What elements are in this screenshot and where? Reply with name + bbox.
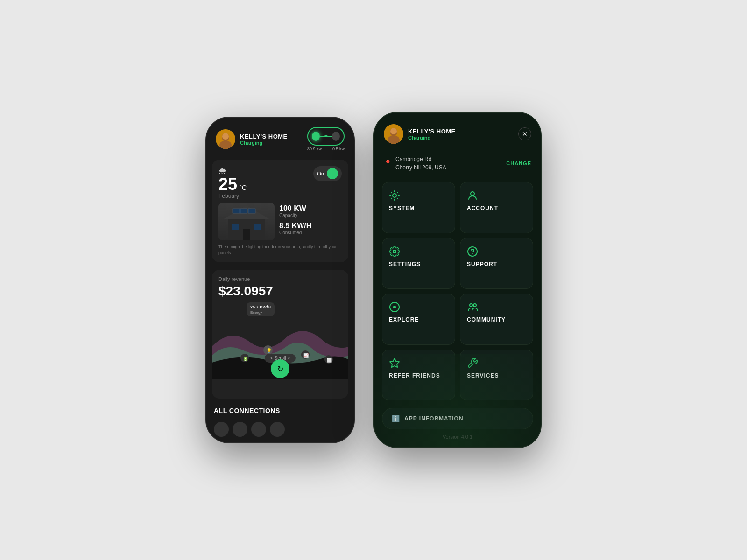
community-label: COMMUNITY <box>467 316 526 323</box>
refresh-button[interactable]: ↻ <box>271 359 289 378</box>
screen-container: KELLY'S HOME Charging ⇄ 80.9 kw 0.5 kw <box>187 84 560 476</box>
svg-rect-9 <box>243 229 250 240</box>
svg-rect-11 <box>254 224 261 230</box>
conn-dot-4 <box>270 422 285 437</box>
conn-dot-3 <box>251 422 266 437</box>
address-line2: Cherry hill 209, USA <box>395 163 446 172</box>
account-label: ACCOUNT <box>467 205 526 211</box>
right-kw: 0.5 kw <box>332 147 345 151</box>
version-text: Version 4.0.1 <box>374 431 541 447</box>
explore-icon <box>389 301 400 313</box>
temp-unit: °C <box>240 184 247 191</box>
svg-text:📈: 📈 <box>303 353 309 358</box>
revenue-label: Daily revenue <box>218 276 342 282</box>
right-phone: KELLY'S HOME Charging ✕ 📍 Cambridge Rd C… <box>374 112 542 448</box>
energy-label: Energy <box>250 310 262 315</box>
temp-value: 25 <box>218 175 237 194</box>
support-icon <box>467 246 478 257</box>
energy-kw: 25.7 KW/H <box>250 305 271 309</box>
toggle-label: On <box>317 171 324 176</box>
settings-icon <box>389 246 400 257</box>
address-left: 📍 Cambridge Rd Cherry hill 209, USA <box>384 155 446 172</box>
capacity-val: 100 KW <box>279 204 342 213</box>
house-row: 100 KW Capacity 8.5 KW/H Consumed <box>218 203 342 240</box>
svg-point-26 <box>393 250 396 253</box>
menu-item-services[interactable]: SERVICES <box>460 350 533 401</box>
svg-point-23 <box>390 128 397 134</box>
community-icon <box>467 301 478 313</box>
power-labels: 80.9 kw 0.5 kw <box>307 147 345 151</box>
svg-point-3 <box>222 133 229 140</box>
svg-rect-7 <box>240 209 247 213</box>
svg-point-28 <box>472 253 473 254</box>
svg-rect-6 <box>233 209 240 213</box>
location-icon: 📍 <box>384 160 392 167</box>
svg-text:⬜: ⬜ <box>327 357 332 363</box>
consumed-label: Consumed <box>279 230 342 235</box>
wave-area: 💡 🔋 📈 ⬜ < Scroll > ↻ <box>218 318 342 379</box>
refer-icon <box>389 357 400 369</box>
settings-label: SETTINGS <box>389 261 448 267</box>
toggle-on[interactable]: On <box>313 166 342 181</box>
conn-dot-1 <box>214 422 229 437</box>
conn-dot-2 <box>233 422 247 437</box>
consumed-val: 8.5 KW/H <box>279 222 342 230</box>
close-button[interactable]: ✕ <box>518 127 531 140</box>
menu-grid: SYSTEM ACCOUNT SETTINGS SUPPORT EXPLORE … <box>374 179 541 403</box>
svg-point-25 <box>471 192 474 196</box>
house-image <box>218 203 275 240</box>
menu-item-settings[interactable]: SETTINGS <box>382 238 455 289</box>
left-phone: KELLY'S HOME Charging ⇄ 80.9 kw 0.5 kw <box>205 117 355 443</box>
support-label: SUPPORT <box>467 261 526 267</box>
svg-point-32 <box>473 304 476 307</box>
svg-rect-8 <box>248 209 255 213</box>
menu-item-refer[interactable]: REFER FRIENDS <box>382 350 455 401</box>
avatar-right <box>384 124 403 144</box>
explore-label: EXPLORE <box>389 316 448 323</box>
app-info-label: APP INFORMATION <box>404 415 464 422</box>
svg-rect-10 <box>232 224 239 230</box>
left-header: KELLY'S HOME Charging ⇄ 80.9 kw 0.5 kw <box>206 118 354 156</box>
all-connections-label: ALL CONNECTIONS <box>206 402 354 419</box>
system-icon <box>389 190 400 201</box>
services-icon <box>467 357 478 369</box>
account-icon <box>467 190 478 201</box>
house-stats: 100 KW Capacity 8.5 KW/H Consumed <box>279 204 342 239</box>
services-label: SERVICES <box>467 372 526 379</box>
svg-point-30 <box>393 306 396 308</box>
menu-item-explore[interactable]: EXPLORE <box>382 294 455 345</box>
revenue-card: Daily revenue $23.0957 25.7 KW/H Energy … <box>212 270 348 399</box>
user-info-right: KELLY'S HOME Charging <box>384 124 456 144</box>
refer-label: REFER FRIENDS <box>389 372 448 379</box>
svg-point-24 <box>393 194 396 197</box>
weather-card: 🌧 25 °C Febuary On <box>212 160 348 262</box>
revenue-amount: $23.0957 <box>218 284 342 299</box>
menu-item-support[interactable]: SUPPORT <box>460 238 533 289</box>
charging-status-left: Charging <box>240 140 288 146</box>
toggle-circle <box>327 168 338 179</box>
right-header: KELLY'S HOME Charging ✕ <box>374 113 541 151</box>
address-row: 📍 Cambridge Rd Cherry hill 209, USA CHAN… <box>374 151 541 179</box>
app-info-button[interactable]: ℹ️ APP INFORMATION <box>382 408 533 429</box>
menu-item-community[interactable]: COMMUNITY <box>460 294 533 345</box>
app-info-icon: ℹ️ <box>392 415 400 422</box>
dot-dark <box>332 132 340 141</box>
connection-dots <box>206 419 354 442</box>
change-button[interactable]: CHANGE <box>506 161 531 166</box>
power-node: ⇄ <box>307 127 345 146</box>
address-line1: Cambridge Rd <box>395 155 446 163</box>
home-name-right: KELLY'S HOME <box>408 128 456 135</box>
menu-item-account[interactable]: ACCOUNT <box>460 182 533 233</box>
address-text: Cambridge Rd Cherry hill 209, USA <box>395 155 446 172</box>
system-label: SYSTEM <box>389 205 448 211</box>
weather-warning: There might be lighting thunder in your … <box>218 244 342 256</box>
svg-text:🔋: 🔋 <box>243 356 248 362</box>
svg-point-31 <box>470 304 472 307</box>
svg-text:💡: 💡 <box>266 348 272 354</box>
menu-item-system[interactable]: SYSTEM <box>382 182 455 233</box>
dot-green <box>312 132 320 141</box>
left-kw: 80.9 kw <box>307 147 322 151</box>
user-info-left: KELLY'S HOME Charging <box>216 129 288 149</box>
energy-tag: 25.7 KW/H Energy <box>247 302 275 316</box>
charging-status-right: Charging <box>408 135 456 140</box>
